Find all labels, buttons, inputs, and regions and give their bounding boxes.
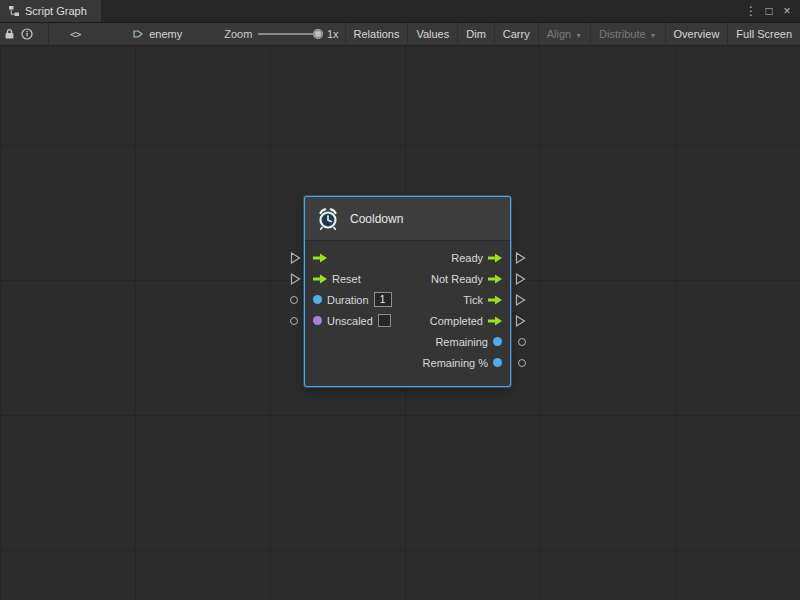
flow-connector-icon[interactable] xyxy=(290,251,301,264)
script-graph-icon xyxy=(8,5,20,17)
flow-port-icon[interactable] xyxy=(488,295,502,305)
port-label: Duration xyxy=(327,294,369,306)
lock-icon[interactable] xyxy=(0,23,18,45)
port-label: Remaining xyxy=(435,336,488,348)
port-label: Not Ready xyxy=(431,273,483,285)
toolbar-button-distribute[interactable]: Distribute▼ xyxy=(590,23,664,45)
output-port-completed[interactable]: Completed xyxy=(403,310,510,331)
port-label: Ready xyxy=(451,252,483,264)
input-port-reset[interactable]: Reset xyxy=(305,268,403,289)
info-icon[interactable] xyxy=(18,23,36,45)
input-port-duration[interactable]: Duration1 xyxy=(305,289,403,310)
unscaled-checkbox[interactable] xyxy=(378,314,391,327)
graph-canvas[interactable]: Cooldown ResetDuration1Unscaled ReadyNot… xyxy=(0,46,800,600)
zoom-slider-track xyxy=(258,33,321,35)
menu-kebab-icon[interactable]: ⋮ xyxy=(742,0,760,22)
button-label: Values xyxy=(416,28,449,40)
flow-connector-icon[interactable] xyxy=(515,251,526,264)
zoom-label: Zoom xyxy=(224,28,252,40)
close-icon[interactable]: × xyxy=(778,0,796,22)
title-bar: Script Graph ⋮ □ × xyxy=(0,0,800,23)
output-port-tick[interactable]: Tick xyxy=(403,289,510,310)
button-label: Carry xyxy=(503,28,530,40)
flow-connector-icon[interactable] xyxy=(290,272,301,285)
button-label: Distribute xyxy=(599,28,645,40)
value-connector-icon[interactable] xyxy=(518,359,526,367)
button-label: Relations xyxy=(354,28,400,40)
flow-connector-icon[interactable] xyxy=(515,293,526,306)
duration-value-field[interactable]: 1 xyxy=(374,292,392,307)
node-body: ResetDuration1Unscaled ReadyNot ReadyTic… xyxy=(305,241,510,386)
value-port-icon[interactable] xyxy=(313,295,322,304)
value-connector-icon[interactable] xyxy=(290,317,298,325)
graph-toolbar: <> enemy Zoom 1x RelationsValuesDimCarry… xyxy=(0,23,800,46)
output-port-remaining[interactable]: Remaining % xyxy=(403,352,510,373)
value-connector-icon[interactable] xyxy=(518,338,526,346)
flow-port-icon[interactable] xyxy=(313,253,327,263)
node-title: Cooldown xyxy=(350,212,403,226)
tab-script-graph[interactable]: Script Graph xyxy=(0,0,101,22)
flow-port-icon[interactable] xyxy=(488,253,502,263)
flow-port-icon[interactable] xyxy=(488,274,502,284)
toolbar-button-overview[interactable]: Overview xyxy=(665,23,728,45)
flow-port-icon[interactable] xyxy=(313,274,327,284)
button-label: Overview xyxy=(674,28,720,40)
graph-reference[interactable]: enemy xyxy=(124,28,190,40)
node-outputs: ReadyNot ReadyTickCompletedRemainingRema… xyxy=(403,247,510,373)
flow-connector-icon[interactable] xyxy=(515,272,526,285)
toolbar-button-values[interactable]: Values xyxy=(407,23,457,45)
output-port-ready[interactable]: Ready xyxy=(403,247,510,268)
output-port-remaining[interactable]: Remaining xyxy=(403,331,510,352)
value-port-icon[interactable] xyxy=(493,337,502,346)
button-label: Full Screen xyxy=(736,28,792,40)
value-port-icon[interactable] xyxy=(493,358,502,367)
input-port-enter[interactable] xyxy=(305,247,403,268)
zoom-value: 1x xyxy=(327,28,339,40)
flow-port-icon[interactable] xyxy=(488,316,502,326)
button-label: Align xyxy=(547,28,571,40)
toolbar-button-carry[interactable]: Carry xyxy=(494,23,538,45)
code-icon[interactable]: <> xyxy=(66,23,84,45)
dropdown-caret-icon: ▼ xyxy=(650,32,657,39)
output-port-not-ready[interactable]: Not Ready xyxy=(403,268,510,289)
tab-title: Script Graph xyxy=(25,5,87,17)
toolbar-buttons: RelationsValuesDimCarryAlign▼Distribute▼… xyxy=(345,23,800,45)
value-connector-icon[interactable] xyxy=(290,296,298,304)
port-label: Completed xyxy=(430,315,483,327)
window-controls: ⋮ □ × xyxy=(742,0,800,22)
graph-name: enemy xyxy=(149,28,182,40)
toolbar-button-align[interactable]: Align▼ xyxy=(538,23,590,45)
button-label: Dim xyxy=(466,28,486,40)
port-label: Tick xyxy=(463,294,483,306)
zoom-slider[interactable] xyxy=(256,23,323,45)
toolbar-button-full-screen[interactable]: Full Screen xyxy=(727,23,800,45)
input-port-unscaled[interactable]: Unscaled xyxy=(305,310,403,331)
graph-asset-icon xyxy=(132,28,144,40)
dropdown-caret-icon: ▼ xyxy=(575,32,582,39)
toolbar-divider xyxy=(48,23,49,45)
toolbar-button-relations[interactable]: Relations xyxy=(345,23,408,45)
toolbar-button-dim[interactable]: Dim xyxy=(457,23,494,45)
flow-connector-icon[interactable] xyxy=(515,314,526,327)
port-label: Reset xyxy=(332,273,361,285)
node-inputs: ResetDuration1Unscaled xyxy=(305,247,403,373)
bool-port-icon[interactable] xyxy=(313,316,322,325)
zoom-slider-handle[interactable] xyxy=(313,29,323,39)
node-header[interactable]: Cooldown xyxy=(305,197,510,241)
maximize-icon[interactable]: □ xyxy=(760,0,778,22)
alarm-clock-icon xyxy=(315,206,341,232)
cooldown-node[interactable]: Cooldown ResetDuration1Unscaled ReadyNot… xyxy=(305,197,510,386)
port-label: Remaining % xyxy=(423,357,488,369)
port-label: Unscaled xyxy=(327,315,373,327)
